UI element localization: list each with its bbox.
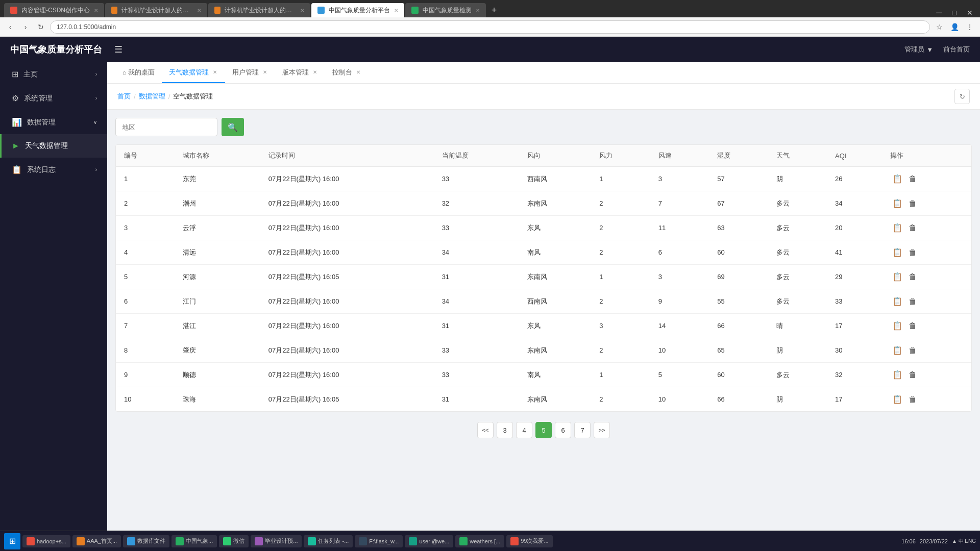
table-row: 6 江门 07月22日(星期六) 16:00 34 西南风 2 9 55 多云 … (116, 289, 971, 314)
taskbar-item-weather[interactable]: 中国气象... (172, 535, 217, 547)
taskbar-item-weathers[interactable]: weathers [... (455, 535, 504, 547)
sidebar-item-log[interactable]: 📋 系统日志 › (0, 158, 107, 182)
delete-btn-3[interactable]: 🗑 (906, 247, 919, 258)
page-3-btn[interactable]: 3 (497, 422, 513, 438)
taskbar-time: 16:06 (901, 538, 916, 544)
edit-btn-2[interactable]: 📋 (890, 222, 904, 234)
cell-aqi-3: 41 (827, 240, 882, 265)
delete-btn-0[interactable]: 🗑 (906, 173, 919, 185)
edit-btn-3[interactable]: 📋 (890, 246, 904, 258)
browser-tab-4[interactable]: 中国气象质量分析平台 ✕ (311, 3, 404, 17)
taskbar-item-user[interactable]: user @we... (405, 535, 453, 547)
tab-desk[interactable]: ⌂ 我的桌面 (115, 62, 162, 83)
taskbar-item-graduation[interactable]: 毕业设计预... (251, 535, 302, 547)
menu-icon[interactable]: ☰ (114, 44, 122, 55)
breadcrumb-home[interactable]: 首页 (117, 92, 131, 101)
cell-wind-force-3: 2 (591, 240, 650, 265)
back-btn[interactable]: ‹ (4, 21, 16, 33)
delete-btn-4[interactable]: 🗑 (906, 271, 919, 283)
sidebar-item-system[interactable]: ⚙ 系统管理 › (0, 86, 107, 110)
tab-weather-data[interactable]: 天气数据管理 ✕ (162, 62, 225, 83)
search-input[interactable] (115, 118, 217, 136)
browser-tab-2[interactable]: 计算机毕业设计超人的个人空间... ✕ (105, 3, 207, 17)
page-next-btn[interactable]: >> (594, 422, 610, 438)
maximize-btn[interactable]: □ (949, 9, 960, 17)
delete-btn-8[interactable]: 🗑 (906, 369, 919, 381)
minimize-btn[interactable]: ─ (933, 8, 945, 17)
page-6-btn[interactable]: 6 (555, 422, 571, 438)
edit-btn-9[interactable]: 📋 (890, 393, 904, 405)
edit-btn-4[interactable]: 📋 (890, 271, 904, 283)
cell-wind-dir-9: 东南风 (519, 387, 591, 412)
page-prev-btn[interactable]: << (477, 422, 494, 438)
bookmark-btn[interactable]: ☆ (933, 21, 945, 33)
edit-btn-5[interactable]: 📋 (890, 295, 904, 307)
tab-close-4[interactable]: ✕ (394, 8, 398, 13)
edit-btn-6[interactable]: 📋 (890, 320, 904, 332)
forward-btn[interactable]: › (19, 21, 32, 33)
tab-close-3[interactable]: ✕ (300, 8, 304, 13)
browser-chrome: 内容管理-CSDN创作中心 ✕ 计算机毕业设计超人的个人空间... ✕ 计算机毕… (0, 0, 980, 37)
tab-close-2[interactable]: ✕ (197, 8, 201, 13)
tab-close-5[interactable]: ✕ (476, 8, 480, 13)
new-tab-btn[interactable]: + (487, 3, 501, 17)
taskbar-item-love[interactable]: 99次我爱... (506, 535, 552, 547)
wechat-icon (223, 537, 231, 545)
taskbar-item-aaa[interactable]: AAA_首页... (72, 535, 121, 547)
table-row: 4 清远 07月22日(星期六) 16:00 34 南风 2 6 60 多云 4… (116, 240, 971, 265)
love-label: 99次我爱... (521, 537, 548, 545)
refresh-button[interactable]: ↻ (954, 89, 970, 104)
sidebar-item-home[interactable]: ⊞ 主页 › (0, 62, 107, 86)
delete-btn-2[interactable]: 🗑 (906, 222, 919, 234)
tab-close-1[interactable]: ✕ (94, 8, 98, 13)
delete-btn-7[interactable]: 🗑 (906, 345, 919, 356)
app: 中国气象质量分析平台 ☰ 管理员 ▼ 前台首页 ⊞ 主页 › ⚙ 系统管理 › … (0, 37, 980, 551)
cell-id-9: 10 (116, 387, 175, 412)
tab-console[interactable]: 控制台 ✕ (325, 62, 369, 83)
taskbar-item-wechat[interactable]: 微信 (219, 535, 249, 547)
taskbar-item-flask[interactable]: F:\flask_w... (355, 535, 403, 547)
delete-btn-9[interactable]: 🗑 (906, 394, 919, 405)
cell-actions-6: 📋 🗑 (882, 314, 971, 338)
search-button[interactable]: 🔍 (222, 118, 244, 136)
cell-wind-force-0: 1 (591, 167, 650, 191)
edit-btn-8[interactable]: 📋 (890, 369, 904, 381)
frontend-home-link[interactable]: 前台首页 (943, 45, 970, 54)
delete-btn-6[interactable]: 🗑 (906, 320, 919, 332)
admin-menu[interactable]: 管理员 ▼ (904, 45, 933, 54)
taskbar-item-task[interactable]: 任务列表 -... (304, 535, 353, 547)
reload-btn[interactable]: ↻ (35, 21, 47, 33)
browser-tab-5[interactable]: 中国气象质量检测 ✕ (405, 3, 486, 17)
breadcrumb-data-mgmt[interactable]: 数据管理 (139, 92, 165, 101)
edit-btn-0[interactable]: 📋 (890, 173, 904, 185)
tab-weather-close[interactable]: ✕ (212, 68, 218, 76)
cell-time-2: 07月22日(星期六) 16:00 (260, 216, 434, 240)
tab-user-mgmt[interactable]: 用户管理 ✕ (225, 62, 275, 83)
tab-version-mgmt[interactable]: 版本管理 ✕ (275, 62, 325, 83)
page-7-btn[interactable]: 7 (574, 422, 591, 438)
extension-btn[interactable]: ⋮ (964, 21, 976, 33)
taskbar-item-hadoop[interactable]: hadoop+s... (22, 535, 70, 547)
tab-user-close[interactable]: ✕ (262, 68, 268, 76)
page-4-btn[interactable]: 4 (516, 422, 532, 438)
browser-controls: ─ □ ✕ (933, 8, 976, 17)
tab-console-close[interactable]: ✕ (355, 68, 361, 76)
address-bar[interactable]: 127.0.0.1:5000/admin (50, 20, 930, 34)
tab-nav: ⌂ 我的桌面 天气数据管理 ✕ 用户管理 ✕ 版本管理 ✕ 控制台 ✕ (107, 62, 980, 84)
close-window-btn[interactable]: ✕ (964, 9, 976, 17)
edit-btn-7[interactable]: 📋 (890, 344, 904, 356)
cell-wind-force-9: 2 (591, 387, 650, 412)
sidebar-item-data[interactable]: 📊 数据管理 ∨ (0, 110, 107, 134)
browser-tab-1[interactable]: 内容管理-CSDN创作中心 ✕ (4, 3, 104, 17)
taskbar-item-db[interactable]: 数据库文件 (123, 535, 169, 547)
start-btn[interactable]: ⊞ (4, 533, 20, 549)
page-5-btn[interactable]: 5 (535, 422, 552, 438)
profile-btn[interactable]: 👤 (948, 21, 961, 33)
delete-btn-5[interactable]: 🗑 (906, 296, 919, 307)
edit-btn-1[interactable]: 📋 (890, 197, 904, 209)
tab-version-close[interactable]: ✕ (312, 68, 318, 76)
browser-tab-3[interactable]: 计算机毕业设计超人的个人空间... ✕ (208, 3, 310, 17)
delete-btn-1[interactable]: 🗑 (906, 198, 919, 209)
sidebar-item-weather[interactable]: ► 天气数据管理 (0, 134, 107, 158)
top-header: 中国气象质量分析平台 ☰ 管理员 ▼ 前台首页 (0, 37, 980, 62)
